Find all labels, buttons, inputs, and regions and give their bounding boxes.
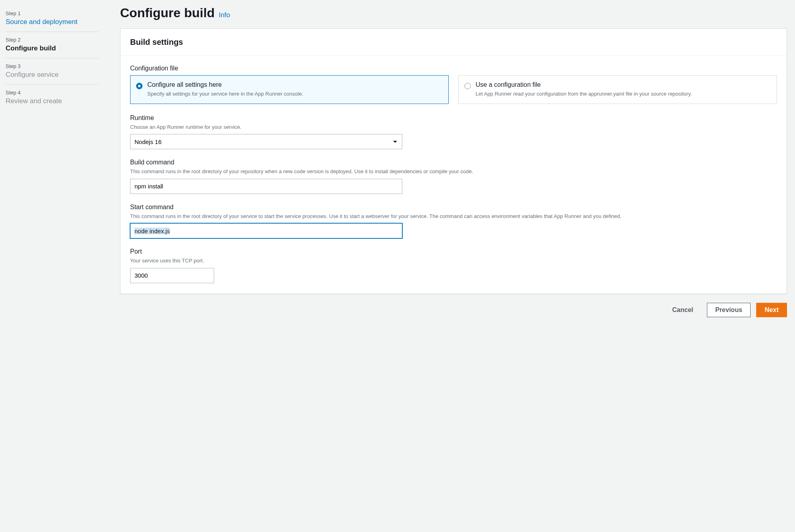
runtime-desc: Choose an App Runner runtime for your se… (130, 123, 777, 131)
port-label: Port (130, 248, 777, 255)
runtime-select[interactable]: Nodejs 16 (130, 134, 402, 149)
build-command-desc: This command runs in the root directory … (130, 168, 777, 176)
radio-title: Configure all settings here (147, 81, 443, 88)
previous-button[interactable]: Previous (707, 303, 751, 317)
step-3: Step 3 Configure service (6, 58, 98, 85)
start-command-input[interactable]: node index.js (130, 223, 402, 238)
step-2: Step 2 Configure build (6, 32, 98, 58)
info-link[interactable]: Info (219, 11, 230, 19)
step-title-review: Review and create (6, 97, 98, 105)
wizard-sidebar: Step 1 Source and deployment Step 2 Conf… (0, 0, 104, 532)
radio-configure-here[interactable]: Configure all settings here Specify all … (130, 75, 449, 104)
radio-desc: Let App Runner read your configuration f… (476, 90, 771, 98)
runtime-label: Runtime (130, 114, 777, 122)
wizard-footer: Cancel Previous Next (120, 294, 787, 317)
step-number: Step 3 (6, 63, 98, 69)
config-file-label: Configuration file (130, 65, 777, 72)
step-number: Step 1 (6, 10, 98, 16)
build-command-input[interactable] (130, 179, 402, 194)
start-command-desc: This command runs in the root directory … (130, 212, 777, 220)
port-desc: Your service uses this TCP port. (130, 257, 777, 265)
build-command-label: Build command (130, 159, 777, 166)
main-content: Configure build Info Build settings Conf… (104, 0, 795, 532)
radio-icon (136, 83, 143, 89)
step-number: Step 4 (6, 90, 98, 96)
step-title-source[interactable]: Source and deployment (6, 18, 98, 26)
step-title-configure-build: Configure build (6, 44, 98, 52)
port-input[interactable] (130, 268, 214, 283)
step-number: Step 2 (6, 37, 98, 43)
start-command-value: node index.js (135, 228, 170, 234)
step-4: Step 4 Review and create (6, 85, 98, 111)
radio-use-config-file[interactable]: Use a configuration file Let App Runner … (458, 75, 777, 104)
cancel-button[interactable]: Cancel (664, 303, 701, 317)
next-button[interactable]: Next (756, 303, 787, 317)
page-title: Configure build (120, 6, 215, 20)
radio-title: Use a configuration file (476, 81, 771, 88)
start-command-label: Start command (130, 204, 777, 211)
build-settings-panel: Build settings Configuration file Config… (120, 28, 787, 294)
step-1[interactable]: Step 1 Source and deployment (6, 6, 98, 32)
step-title-configure-service: Configure service (6, 71, 98, 79)
radio-icon (464, 83, 471, 89)
panel-title: Build settings (130, 38, 777, 47)
radio-desc: Specify all settings for your service he… (147, 90, 443, 98)
